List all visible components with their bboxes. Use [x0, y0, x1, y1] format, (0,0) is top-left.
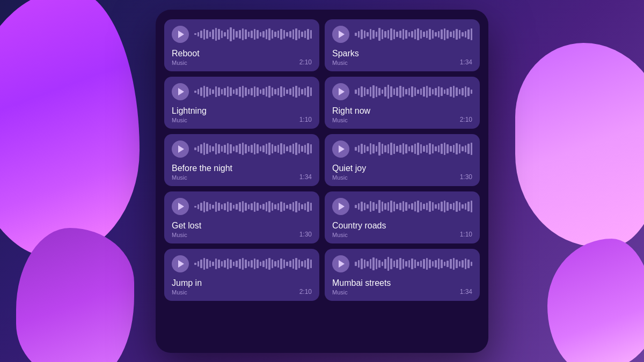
wave-bar [405, 89, 407, 94]
wave-bar [292, 29, 295, 39]
music-card[interactable]: Mumbai streets Music 1:34 [325, 249, 480, 301]
background-blob-right [515, 43, 644, 247]
card-bottom: Right now Music 2:10 [332, 106, 472, 123]
wave-bar [227, 29, 229, 39]
wave-bar [215, 202, 217, 212]
background-blob-left [0, 0, 140, 257]
wave-bar [280, 258, 282, 269]
card-info: Before the night Music [172, 163, 232, 181]
wave-bar [399, 31, 401, 38]
wave-bar [438, 86, 440, 97]
music-card[interactable]: Right now Music 2:10 [325, 77, 480, 129]
music-card[interactable]: Reboot Music 2:10 [164, 19, 319, 71]
wave-bar [266, 144, 268, 154]
wave-bar [467, 87, 470, 96]
wave-bar [390, 143, 392, 155]
play-button[interactable] [172, 255, 189, 272]
wave-bar [384, 259, 386, 269]
wave-bar [420, 261, 422, 267]
wave-bar [200, 31, 202, 38]
wave-bar [221, 204, 223, 209]
wave-bar [295, 258, 297, 270]
play-button[interactable] [172, 83, 189, 100]
music-card[interactable]: Country roads Music 1:10 [325, 191, 480, 243]
wave-bar [224, 203, 226, 210]
wave-bar [283, 144, 286, 153]
wave-bar [277, 203, 280, 210]
music-card[interactable]: Jump in Music 2:10 [164, 249, 319, 301]
wave-bar [233, 90, 235, 94]
wave-bar [307, 258, 309, 269]
wave-bar [367, 89, 369, 94]
play-button[interactable] [332, 198, 349, 215]
wave-bar [414, 87, 416, 96]
wave-bar [254, 86, 256, 97]
wave-bar [429, 260, 431, 268]
wave-bar [432, 261, 434, 267]
music-card[interactable]: Sparks Music 1:34 [325, 19, 480, 71]
wave-bar [355, 147, 357, 151]
wave-bar [378, 88, 380, 95]
wave-bar [387, 257, 390, 271]
wave-bar [221, 146, 223, 152]
wave-bar [251, 145, 253, 153]
music-card[interactable]: Get lost Music 1:30 [164, 191, 319, 243]
play-button[interactable] [332, 26, 349, 43]
wave-bar [283, 203, 286, 211]
wave-bar [376, 204, 378, 209]
wave-bar [239, 144, 241, 154]
wave-bar [242, 86, 244, 98]
wave-bar [203, 29, 206, 40]
wave-bar [304, 31, 306, 38]
wave-bar [426, 86, 428, 98]
wave-bar [266, 87, 268, 97]
music-card[interactable]: Quiet joy Music 1:30 [325, 134, 480, 186]
wave-bar [382, 262, 384, 266]
wave-bar [387, 85, 390, 99]
wave-bar [447, 144, 449, 153]
wave-bar [465, 203, 467, 210]
waveform [355, 141, 472, 158]
wave-bar [361, 29, 363, 39]
play-button[interactable] [332, 255, 349, 272]
wave-bar [200, 203, 202, 211]
wave-bar [224, 32, 226, 36]
wave-bar [295, 201, 297, 212]
wave-bar [441, 144, 443, 154]
wave-bar [441, 202, 443, 211]
play-button[interactable] [332, 141, 349, 158]
wave-bar [268, 258, 270, 270]
wave-bar [378, 142, 380, 156]
play-button[interactable] [172, 26, 189, 43]
wave-bar [257, 203, 259, 211]
wave-bar [358, 145, 360, 152]
wave-bar [465, 31, 467, 38]
wave-bar [382, 144, 384, 154]
wave-bar [212, 29, 214, 39]
card-bottom: Sparks Music 1:34 [332, 48, 472, 66]
track-title: Get lost [172, 220, 201, 231]
play-button[interactable] [332, 83, 349, 100]
play-button[interactable] [172, 198, 189, 215]
wave-bar [450, 259, 452, 269]
track-duration: 1:30 [460, 173, 472, 181]
music-card[interactable]: Before the night Music 1:34 [164, 134, 319, 186]
wave-bar [257, 30, 259, 39]
wave-bar [414, 260, 416, 268]
wave-bar [450, 32, 452, 37]
wave-bar [310, 260, 312, 268]
wave-bar [358, 203, 360, 210]
wave-bar [280, 29, 282, 40]
wave-bar [298, 30, 301, 39]
wave-bar [402, 87, 405, 97]
wave-bar [221, 89, 223, 94]
wave-bar [251, 203, 253, 210]
music-card[interactable]: Lightning Music 1:10 [164, 77, 319, 129]
wave-bar [230, 27, 232, 41]
wave-bar [236, 145, 238, 152]
play-button[interactable] [172, 141, 189, 158]
wave-bar [411, 86, 413, 97]
wave-bar [248, 146, 250, 152]
card-info: Reboot Music [172, 48, 200, 66]
card-info: Jump in Music [172, 278, 202, 295]
